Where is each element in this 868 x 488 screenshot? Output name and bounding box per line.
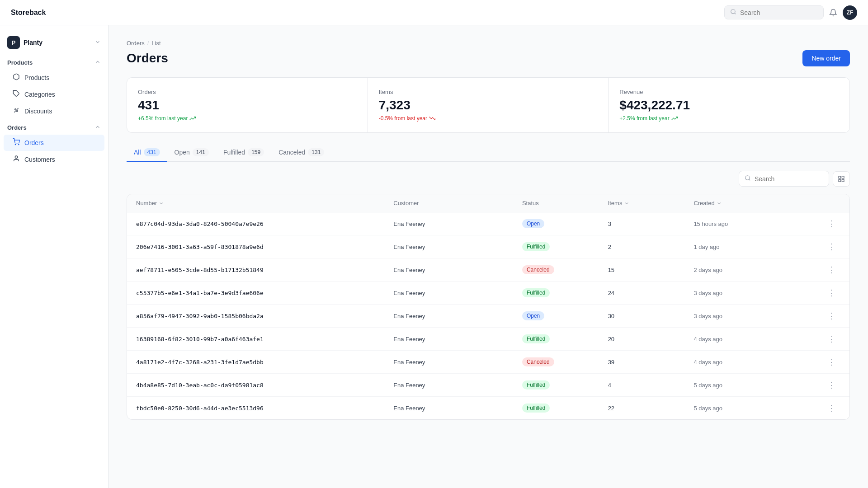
sidebar-item-orders[interactable]: Orders [4,135,104,151]
status-cell: Fulfilled [522,242,608,251]
table-row: e877c04d-93da-3da0-8240-50040a7e9e26 Ena… [127,212,849,235]
row-menu-button[interactable]: ⋮ [822,380,840,390]
sidebar-item-categories-label: Categories [24,91,55,98]
stat-items-change: -0.5% from last year [379,115,598,122]
notification-button[interactable] [829,9,837,17]
tab-fulfilled[interactable]: Fulfilled 159 [216,144,271,162]
order-id: 4a8171e2-4f7c-3268-a231-3fe1d7ae5dbb [136,359,393,366]
created-ago: 15 hours ago [693,221,822,227]
table-toolbar [127,171,850,187]
top-bar-left: Storeback [11,9,46,17]
status-cell: Fulfilled [522,404,608,413]
row-menu-button[interactable]: ⋮ [822,334,840,344]
sidebar-section-orders-title: Orders [7,124,27,131]
stat-orders-value: 431 [138,98,357,113]
tab-open-badge: 141 [193,148,209,156]
tab-canceled-badge: 131 [308,148,324,156]
order-id: 16389168-6f82-3010-99b7-a0a6f463afe1 [136,336,393,343]
sidebar: P Planty Products [0,25,108,488]
status-cell: Fulfilled [522,334,608,343]
global-search-input[interactable] [740,9,818,16]
row-menu-button[interactable]: ⋮ [822,288,840,298]
status-badge: Fulfilled [522,334,550,343]
table-search[interactable] [739,171,829,187]
sidebar-item-discounts[interactable]: Discounts [4,103,104,119]
row-menu-button[interactable]: ⋮ [822,403,840,413]
stat-items: Items 7,323 -0.5% from last year [368,78,609,132]
top-bar: Storeback ZF [0,0,868,25]
sidebar-item-categories[interactable]: Categories [4,86,104,103]
col-created[interactable]: Created [693,200,822,206]
columns-button[interactable] [833,171,850,187]
customer-name: Ena Feeney [393,382,522,389]
discounts-icon [13,107,20,116]
store-icon: P [7,36,20,49]
table-row: aef78711-e505-3cde-8d55-b17132b51849 Ena… [127,258,849,282]
created-ago: 4 days ago [693,336,822,343]
svg-point-6 [15,156,17,158]
status-cell: Open [522,311,608,320]
new-order-button[interactable]: New order [802,50,850,66]
breadcrumb-separator: / [147,40,149,47]
row-menu-button[interactable]: ⋮ [822,242,840,252]
col-customer[interactable]: Customer [393,200,522,206]
order-id: aef78711-e505-3cde-8d55-b17132b51849 [136,267,393,273]
col-number[interactable]: Number [136,200,393,206]
store-selector[interactable]: P Planty [0,33,108,52]
sidebar-item-customers[interactable]: Customers [4,151,104,168]
sidebar-section-orders-header[interactable]: Orders [0,121,108,134]
created-ago: 3 days ago [693,290,822,296]
svg-point-2 [15,109,16,110]
global-search[interactable] [724,5,824,19]
orders-table: Number Customer Status Items Created [127,194,850,420]
tab-all-badge: 431 [144,148,160,156]
row-menu-button[interactable]: ⋮ [822,357,840,367]
top-bar-right: ZF [724,5,857,20]
items-count: 15 [608,267,694,273]
svg-point-3 [17,111,18,112]
tab-all[interactable]: All 431 [127,144,167,162]
table-row: a856af79-4947-3092-9ab0-1585b06bda2a Ena… [127,305,849,328]
svg-rect-10 [839,179,841,182]
created-ago: 2 days ago [693,267,822,273]
main-content: Orders / List Orders New order Orders 43… [108,25,868,488]
row-menu-button[interactable]: ⋮ [822,265,840,275]
items-count: 2 [608,244,694,250]
status-cell: Canceled [522,357,608,366]
sidebar-section-products-header[interactable]: Products [0,56,108,69]
table-header: Number Customer Status Items Created [127,194,849,212]
status-badge: Canceled [522,357,554,366]
stat-orders: Orders 431 +6.5% from last year [127,78,368,132]
table-search-input[interactable] [755,175,823,183]
items-count: 30 [608,313,694,319]
tab-all-label: All [134,149,141,156]
status-badge: Fulfilled [522,404,550,413]
customer-name: Ena Feeney [393,290,522,296]
sidebar-item-orders-label: Orders [24,139,44,146]
orders-icon [13,138,20,147]
tab-open[interactable]: Open 141 [167,144,216,162]
sidebar-item-products[interactable]: Products [4,70,104,86]
items-count: 3 [608,221,694,227]
table-row: 206e7416-3001-3a63-a59f-8301878a9e6d Ena… [127,235,849,258]
tab-open-label: Open [175,149,190,156]
customer-name: Ena Feeney [393,336,522,343]
tab-fulfilled-label: Fulfilled [223,149,245,156]
status-badge: Fulfilled [522,380,550,389]
status-badge: Fulfilled [522,242,550,251]
col-status[interactable]: Status [522,200,608,206]
customer-name: Ena Feeney [393,221,522,227]
search-icon [730,9,736,16]
customer-name: Ena Feeney [393,405,522,412]
store-name: Planty [24,39,42,46]
avatar[interactable]: ZF [843,5,857,20]
row-menu-button[interactable]: ⋮ [822,219,840,229]
sidebar-section-orders: Orders Orders Customers [0,121,108,168]
col-items[interactable]: Items [608,200,694,206]
svg-point-7 [745,176,750,180]
tab-canceled[interactable]: Canceled 131 [271,144,331,162]
breadcrumb-list: List [151,40,160,47]
table-row: 4a8171e2-4f7c-3268-a231-3fe1d7ae5dbb Ena… [127,351,849,374]
row-menu-button[interactable]: ⋮ [822,311,840,321]
stat-revenue-value: $423,222.71 [619,98,839,113]
